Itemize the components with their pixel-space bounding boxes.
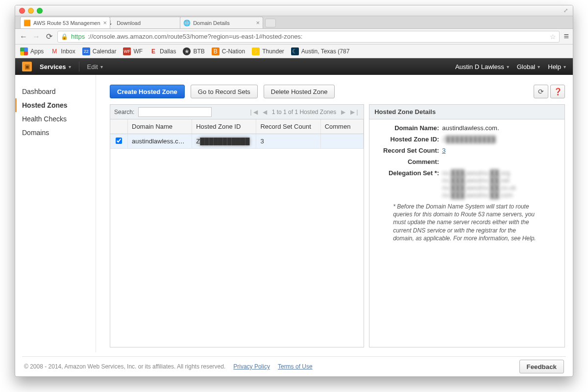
- help-label: Help: [548, 63, 561, 70]
- ns-entry: ns-███.awsdns-██.co.uk: [442, 184, 558, 191]
- aws-logo-icon[interactable]: ▣: [22, 62, 32, 71]
- th-checkbox: [110, 119, 128, 134]
- region-menu[interactable]: Global▾: [517, 63, 540, 70]
- go-to-record-sets-button[interactable]: Go to Record Sets: [191, 85, 258, 98]
- prev-page-icon[interactable]: ◀: [263, 109, 267, 115]
- account-menu[interactable]: Austin D Lawless▾: [455, 63, 509, 70]
- close-tab-icon[interactable]: ×: [103, 19, 107, 26]
- sidebar-item-domains[interactable]: Domains: [15, 126, 96, 139]
- browser-tab[interactable]: 🟧 AWS Route 53 Managemen ×: [20, 17, 110, 28]
- bookmark-label: C-Nation: [222, 48, 245, 55]
- cell-comment: [321, 134, 364, 148]
- minimize-window-icon[interactable]: [28, 8, 34, 14]
- search-input[interactable]: [138, 107, 212, 117]
- tab-title: AWS Route 53 Managemen: [33, 20, 100, 26]
- refresh-icon: ⟳: [538, 88, 544, 95]
- back-icon[interactable]: ←: [19, 32, 28, 41]
- privacy-link[interactable]: Privacy Policy: [233, 363, 270, 370]
- resize-icon[interactable]: ⤢: [564, 7, 568, 14]
- reload-icon[interactable]: ⟳: [45, 32, 53, 41]
- refresh-button[interactable]: ⟳: [534, 85, 548, 98]
- toolbar: Create Hosted Zone Go to Record Sets Del…: [110, 85, 565, 98]
- url-scheme: https: [71, 33, 85, 40]
- gmail-icon: M: [50, 47, 58, 55]
- aws-topnav: ▣ Services▾ Edit▾ Austin D Lawless▾ Glob…: [15, 58, 573, 75]
- close-tab-icon[interactable]: ×: [256, 19, 260, 26]
- sidebar-item-health-checks[interactable]: Health Checks: [15, 112, 96, 126]
- inbox-bookmark[interactable]: M Inbox: [50, 47, 75, 55]
- titlebar: ⤢: [15, 5, 573, 16]
- apps-bookmark[interactable]: Apps: [20, 47, 44, 55]
- calendar-bookmark[interactable]: 22 Calendar: [82, 47, 117, 55]
- main-area: Create Hosted Zone Go to Record Sets Del…: [96, 75, 573, 352]
- cnation-bookmark[interactable]: B C-Nation: [212, 47, 245, 55]
- footer-copyright: © 2008 - 2014, Amazon Web Services, Inc.…: [24, 363, 225, 370]
- edit-label: Edit: [87, 63, 98, 70]
- forward-icon[interactable]: →: [32, 32, 41, 41]
- label-zoneid: Hosted Zone ID:: [376, 136, 439, 143]
- table-row[interactable]: austindlawless.com. Z███████████ 3: [110, 134, 364, 149]
- sidebar-item-hosted-zones[interactable]: Hosted Zones: [15, 98, 96, 112]
- delete-hosted-zone-button[interactable]: Delete Hosted Zone: [264, 85, 335, 98]
- region-label: Global: [517, 63, 536, 70]
- value-comment: [442, 158, 558, 165]
- th-domain[interactable]: Domain Name: [128, 119, 192, 134]
- dallas-bookmark[interactable]: E Dallas: [149, 47, 176, 55]
- bookmark-label: Apps: [30, 48, 44, 55]
- sidebar-item-dashboard[interactable]: Dashboard: [15, 85, 96, 98]
- table-header: Domain Name Hosted Zone ID Record Set Co…: [110, 119, 364, 134]
- bookmark-label: Dallas: [160, 48, 176, 55]
- bookmark-label: Calendar: [93, 48, 117, 55]
- services-menu[interactable]: Services▾: [40, 63, 71, 70]
- th-comment[interactable]: Commen: [321, 119, 364, 134]
- details-body: Domain Name: austindlawless.com. Hosted …: [369, 119, 564, 247]
- tab-title: Download: [117, 20, 141, 26]
- browser-tab[interactable]: 🌐 Domain Details ×: [180, 17, 263, 28]
- thunder-icon: ⚡: [252, 47, 260, 55]
- pager-text: 1 to 1 of 1 Hosted Zones: [272, 109, 336, 115]
- ns-entry: ns-███.awsdns-██.org: [442, 169, 558, 177]
- details-title: Hosted Zone Details: [369, 105, 564, 119]
- edit-menu[interactable]: Edit▾: [87, 63, 103, 70]
- chrome-menu-icon[interactable]: ≡: [564, 31, 569, 42]
- bookmarks-bar: Apps M Inbox 22 Calendar WF WF E Dallas …: [15, 45, 573, 58]
- details-panel: Hosted Zone Details Domain Name: austind…: [369, 104, 565, 347]
- value-count-link[interactable]: 3: [442, 147, 445, 154]
- new-tab-button[interactable]: [265, 19, 276, 27]
- wf-bookmark[interactable]: WF WF: [123, 47, 143, 55]
- thunder-bookmark[interactable]: ⚡ Thunder: [252, 47, 284, 55]
- create-hosted-zone-button[interactable]: Create Hosted Zone: [110, 85, 185, 98]
- austin-bookmark[interactable]: ☾ Austin, Texas (787: [291, 47, 350, 55]
- espn-icon: E: [149, 47, 157, 55]
- next-page-icon[interactable]: ▶: [341, 109, 345, 115]
- feedback-button[interactable]: Feedback: [519, 360, 564, 373]
- btb-icon: ★: [183, 47, 191, 55]
- help-button[interactable]: ❓: [550, 85, 565, 98]
- close-window-icon[interactable]: [19, 8, 25, 14]
- separator: [79, 62, 79, 71]
- cell-count: 3: [256, 134, 320, 148]
- help-menu[interactable]: Help▾: [548, 63, 566, 70]
- value-domain: austindlawless.com.: [442, 124, 558, 132]
- zoom-window-icon[interactable]: [37, 8, 43, 14]
- bookmark-label: Thunder: [262, 48, 284, 55]
- btb-bookmark[interactable]: ★ BTB: [183, 47, 204, 55]
- th-count[interactable]: Record Set Count: [256, 119, 320, 134]
- row-checkbox[interactable]: [116, 138, 122, 144]
- url-path: ://console.aws.amazon.com/route53/home?r…: [88, 33, 302, 40]
- bookmark-star-icon[interactable]: ☆: [550, 33, 556, 41]
- services-label: Services: [40, 63, 66, 70]
- label-count: Record Set Count:: [376, 147, 439, 154]
- th-zoneid[interactable]: Hosted Zone ID: [192, 119, 256, 134]
- browser-tab[interactable]: ⇣ Download ×: [103, 17, 187, 28]
- aws-favicon-icon: 🟧: [24, 20, 30, 26]
- wf-icon: WF: [123, 47, 131, 55]
- blogger-icon: B: [212, 47, 220, 55]
- search-label: Search:: [114, 109, 134, 115]
- bookmark-label: Inbox: [61, 48, 75, 55]
- first-page-icon[interactable]: ❘◀: [248, 109, 258, 115]
- terms-link[interactable]: Terms of Use: [278, 363, 313, 370]
- lock-icon: 🔒: [61, 33, 68, 40]
- last-page-icon[interactable]: ▶❘: [350, 109, 360, 115]
- url-input[interactable]: 🔒 https ://console.aws.amazon.com/route5…: [57, 31, 560, 43]
